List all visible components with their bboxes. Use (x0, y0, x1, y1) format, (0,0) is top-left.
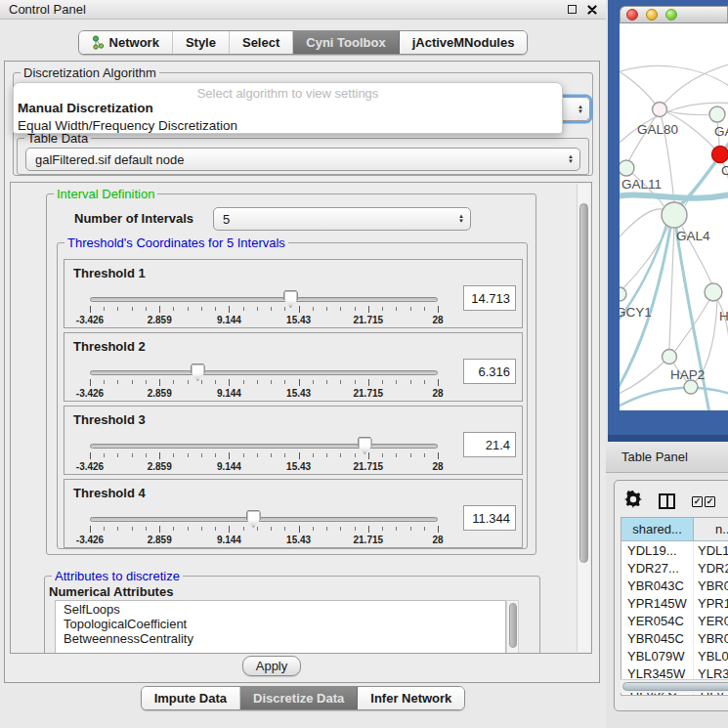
table-row[interactable]: YDL19...YDL1 (621, 541, 728, 559)
tab-style[interactable]: Style (173, 31, 230, 54)
table-data-combobox[interactable]: galFiltered.sif default node ▲▼ (25, 148, 580, 171)
threshold-slider[interactable]: -3.4262.8599.14415.4321.71528 (86, 363, 446, 402)
bottom-tab-infer-network[interactable]: Infer Network (358, 687, 464, 709)
columns-icon[interactable] (659, 493, 675, 509)
number-of-intervals-value: 5 (223, 212, 230, 227)
tab-network[interactable]: Network (79, 31, 173, 54)
table-row[interactable]: YBL079WYBL0 (621, 647, 728, 664)
scrollbar-thumb[interactable] (579, 203, 588, 563)
tab-label: Infer Network (370, 691, 451, 706)
network-node-label: GCY1 (620, 305, 652, 320)
number-of-intervals-combobox[interactable]: 5 ▲▼ (213, 207, 471, 231)
tab-label: Select (242, 35, 279, 50)
column-header-name[interactable]: n... (694, 518, 728, 540)
network-node-label: GAL11 (621, 177, 662, 192)
table-row[interactable]: YER054CYER0 (621, 612, 728, 629)
cell-shared-name: YPR145W (621, 594, 694, 612)
threshold-panel: Threshold 1 -3.4262.8599.14415.4321.7152… (64, 259, 523, 328)
threshold-value-field[interactable]: 11.344 (463, 505, 516, 531)
network-node-label: C (721, 163, 728, 178)
numerical-attributes-list[interactable]: SelfLoopsTopologicalCoefficientBetweenne… (55, 600, 506, 654)
close-traffic-light-icon[interactable] (626, 9, 638, 21)
network-canvas[interactable]: GAL80 GA C GAL11 GAL4 GCY1 H HAP2 (620, 23, 728, 410)
network-node[interactable] (663, 350, 677, 364)
cell-name: YBL0 (694, 647, 728, 664)
float-window-icon[interactable] (568, 5, 577, 14)
tab-cyni-toolbox[interactable]: Cyni Toolbox (293, 31, 399, 54)
column-header-shared-name[interactable]: shared... (621, 518, 694, 540)
scrollbar-thumb[interactable] (622, 682, 728, 691)
network-node[interactable] (620, 160, 634, 176)
attribute-list-item[interactable]: TopologicalCoefficient (56, 616, 505, 630)
threshold-value-field[interactable]: 6.316 (463, 359, 516, 384)
slider-track[interactable] (90, 444, 438, 449)
thresholds-group-label: Threshold's Coordinates for 5 Intervals (64, 236, 288, 250)
network-node[interactable] (620, 287, 626, 301)
cyni-bottom-tabbar: Impute DataDiscretize DataInfer Network (0, 686, 606, 710)
table-row[interactable]: YBR045CYBR0 (621, 629, 728, 647)
network-node[interactable] (705, 283, 722, 301)
table-panel-toolbar: ✓ ✓ (624, 491, 715, 512)
dropdown-option-manual-discretization[interactable]: Manual Discretization (14, 100, 562, 117)
cell-name: YBR0 (694, 629, 728, 647)
slider-track[interactable] (90, 297, 438, 302)
cell-shared-name: YBL079W (621, 647, 694, 664)
slider-track[interactable] (90, 370, 438, 375)
algorithm-dropdown-popup: Select algorithm to view settings Manual… (13, 82, 563, 134)
threshold-slider[interactable]: -3.4262.8599.14415.4321.71528 (86, 289, 446, 328)
cell-shared-name: YDL19... (621, 541, 694, 559)
network-window-titlebar (620, 6, 728, 23)
scrollbar-thumb[interactable] (509, 603, 517, 648)
select-columns-icons[interactable]: ✓ ✓ (692, 496, 715, 507)
checkbox-icon: ✓ (692, 496, 703, 507)
threshold-label: Threshold 4 (73, 486, 146, 500)
attributes-list-scrollbar[interactable] (506, 600, 519, 654)
network-node[interactable] (662, 202, 687, 228)
close-icon[interactable] (587, 5, 597, 15)
table-row[interactable]: YPR145WYPR1 (621, 594, 728, 612)
apply-button[interactable]: Apply (242, 656, 301, 676)
numerical-attributes-label: Numerical Attributes (49, 584, 173, 599)
network-node-label: GAL80 (637, 122, 678, 137)
threshold-slider[interactable]: -3.4262.8599.14415.4321.71528 (86, 509, 446, 548)
checkbox-icon: ✓ (705, 496, 715, 507)
table-row[interactable]: YBR043CYBR0 (621, 577, 728, 594)
combo-stepper-icon: ▲▼ (568, 154, 576, 164)
attribute-list-item[interactable]: SelfLoops (56, 601, 505, 616)
minimize-traffic-light-icon[interactable] (646, 9, 658, 21)
settings-vertical-scrollbar[interactable] (577, 184, 590, 652)
network-node-selected[interactable] (712, 147, 728, 163)
slider-tick-labels: -3.4262.8599.14415.4321.71528 (90, 461, 438, 473)
gear-icon[interactable] (624, 491, 642, 512)
threshold-label: Threshold 1 (73, 266, 146, 280)
tab-jactivemnodules[interactable]: jActiveMNodules (400, 31, 528, 54)
table-panel-window: ✓ ✓ shared... n... YDL19...YDL1YDR27...Y… (614, 480, 728, 711)
attribute-list-item[interactable]: BetweennessCentrality (56, 630, 505, 645)
dropdown-option-equal-width-frequency-discretization[interactable]: Equal Width/Frequency Discretization (14, 117, 562, 134)
network-node[interactable] (709, 107, 725, 122)
network-node[interactable] (684, 380, 698, 394)
threshold-slider[interactable]: -3.4262.8599.14415.4321.71528 (86, 436, 446, 475)
tab-select[interactable]: Select (230, 31, 293, 54)
network-node[interactable] (653, 103, 667, 117)
threshold-value-field[interactable]: 21.4 (463, 432, 516, 457)
table-data-group: Table Data galFiltered.sif default node … (17, 138, 589, 175)
table-horizontal-scrollbar[interactable] (621, 679, 728, 693)
table-panel-header: Table Panel (606, 442, 728, 473)
slider-ticks (90, 525, 438, 534)
table-row[interactable]: YDR27...YDR2 (621, 559, 728, 577)
interval-definition-group: Interval Definition Number of Intervals … (46, 193, 536, 555)
bottom-tab-impute-data[interactable]: Impute Data (142, 687, 240, 709)
slider-track[interactable] (90, 517, 438, 522)
tab-label: Impute Data (154, 691, 227, 706)
bottom-tab-discretize-data[interactable]: Discretize Data (240, 687, 358, 709)
threshold-value-field[interactable]: 14.713 (463, 285, 516, 311)
dropdown-placeholder-option[interactable]: Select algorithm to view settings (14, 83, 562, 100)
control-panel-window: Control Panel NetworkStyleSelectCyni Too… (0, 0, 606, 728)
control-panel-title: Control Panel (9, 2, 86, 17)
network-node-label: H (719, 309, 728, 323)
threshold-label: Threshold 2 (73, 339, 146, 354)
slider-ticks (90, 305, 438, 314)
zoom-traffic-light-icon[interactable] (665, 9, 677, 21)
cell-name: YPR1 (694, 594, 728, 612)
